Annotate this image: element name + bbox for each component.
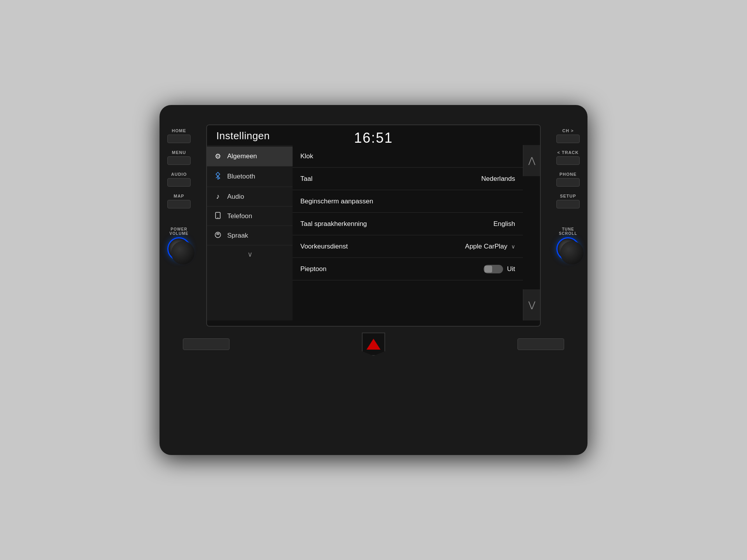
nav-item-telefoon[interactable]: Telefoon bbox=[207, 206, 293, 226]
car-console: HOME MENU AUDIO MAP POWER VOLUME CH > < … bbox=[160, 105, 587, 455]
settings-list: Klok Taal Nederlands Beginscherm aanpass… bbox=[293, 145, 523, 280]
audio-label: AUDIO bbox=[171, 172, 187, 177]
chevron-down-icon: ∨ bbox=[247, 250, 253, 259]
gear-icon: ⚙ bbox=[213, 152, 223, 161]
hazard-triangle-icon bbox=[366, 339, 381, 350]
settings-row-klok[interactable]: Klok bbox=[293, 145, 523, 168]
nav-item-audio[interactable]: ♪ Audio bbox=[207, 187, 293, 206]
dropdown-arrow-icon: ∨ bbox=[511, 243, 515, 250]
settings-row-taal[interactable]: Taal Nederlands bbox=[293, 168, 523, 190]
taal-label: Taal bbox=[300, 175, 312, 183]
audio-button[interactable] bbox=[167, 178, 191, 187]
screen-content: ⚙ Algemeen Bluetooth ♪ Audio bbox=[207, 145, 540, 320]
ch-button[interactable] bbox=[556, 135, 580, 143]
settings-content-area: ⋀ ⋁ Klok Taal bbox=[293, 145, 540, 320]
voorkeursdienst-label: Voorkeursdienst bbox=[300, 243, 348, 250]
setup-button[interactable] bbox=[556, 200, 580, 208]
map-button-group: MAP bbox=[167, 194, 191, 208]
chevron-up-icon: ⋀ bbox=[528, 156, 535, 166]
voice-icon bbox=[213, 231, 223, 240]
svg-point-2 bbox=[217, 217, 218, 218]
left-button-panel: HOME MENU AUDIO MAP POWER VOLUME bbox=[167, 128, 191, 261]
phone-label: PHONE bbox=[559, 172, 577, 177]
ch-label: CH > bbox=[562, 128, 573, 133]
klok-label: Klok bbox=[300, 152, 313, 160]
screen-title: Instellingen bbox=[216, 130, 270, 142]
map-button[interactable] bbox=[167, 200, 191, 208]
settings-row-pieptoon[interactable]: Pieptoon Uit bbox=[293, 258, 523, 280]
setup-button-group: SETUP bbox=[556, 194, 580, 208]
nav-menu: ⚙ Algemeen Bluetooth ♪ Audio bbox=[207, 145, 293, 320]
power-volume-label: POWER VOLUME bbox=[170, 227, 189, 236]
nav-item-algemeen[interactable]: ⚙ Algemeen bbox=[207, 147, 293, 166]
settings-row-beginscherm[interactable]: Beginscherm aanpassen bbox=[293, 190, 523, 213]
nav-label-spraak: Spraak bbox=[227, 232, 248, 240]
vent-area bbox=[167, 332, 580, 356]
ch-button-group: CH > bbox=[556, 128, 580, 143]
tune-scroll-knob[interactable] bbox=[556, 237, 580, 261]
menu-label: MENU bbox=[172, 150, 186, 155]
taal-value: Nederlands bbox=[481, 175, 515, 183]
pieptoon-right: Uit bbox=[484, 265, 515, 273]
taal-spraak-label: Taal spraakherkenning bbox=[300, 220, 367, 228]
hazard-button[interactable] bbox=[362, 332, 385, 356]
home-button[interactable] bbox=[167, 135, 191, 143]
nav-label-algemeen: Algemeen bbox=[227, 152, 257, 160]
chevron-down-icon: ⋁ bbox=[528, 300, 535, 310]
main-screen: Instellingen 16:51 ⚙ Algemeen bbox=[206, 124, 541, 327]
bluetooth-icon bbox=[213, 172, 223, 181]
right-button-panel: CH > < TRACK PHONE SETUP TUNE SCROLL bbox=[556, 128, 580, 261]
home-label: HOME bbox=[172, 128, 186, 133]
settings-row-voorkeursdienst[interactable]: Voorkeursdienst Apple CarPlay ∨ bbox=[293, 235, 523, 258]
nav-item-spraak[interactable]: Spraak bbox=[207, 226, 293, 245]
nav-label-bluetooth: Bluetooth bbox=[227, 173, 255, 180]
scroll-down-button[interactable]: ⋁ bbox=[523, 289, 540, 320]
home-button-group: HOME bbox=[167, 128, 191, 143]
beginscherm-label: Beginscherm aanpassen bbox=[300, 198, 373, 205]
screen-header: Instellingen 16:51 bbox=[207, 125, 540, 145]
map-label: MAP bbox=[174, 194, 184, 198]
menu-button[interactable] bbox=[167, 156, 191, 165]
left-vent-slider[interactable] bbox=[183, 338, 230, 350]
voorkeursdienst-value: Apple CarPlay ∨ bbox=[465, 243, 515, 250]
taal-spraak-value: English bbox=[493, 220, 515, 228]
svg-point-3 bbox=[215, 232, 221, 238]
phone-button[interactable] bbox=[556, 178, 580, 187]
track-label: < TRACK bbox=[558, 150, 579, 155]
pieptoon-label: Pieptoon bbox=[300, 265, 326, 273]
hazard-area bbox=[362, 332, 385, 356]
nav-item-bluetooth[interactable]: Bluetooth bbox=[207, 166, 293, 187]
voorkeursdienst-text: Apple CarPlay bbox=[465, 243, 507, 250]
music-icon: ♪ bbox=[213, 192, 223, 201]
pieptoon-value: Uit bbox=[507, 265, 515, 273]
tune-scroll-label: TUNE SCROLL bbox=[559, 227, 577, 236]
nav-more-button[interactable]: ∨ bbox=[207, 245, 293, 263]
audio-button-group: AUDIO bbox=[167, 172, 191, 187]
settings-row-taal-spraak[interactable]: Taal spraakherkenning English bbox=[293, 213, 523, 235]
menu-button-group: MENU bbox=[167, 150, 191, 165]
phone-button-group: PHONE bbox=[556, 172, 580, 187]
scroll-up-button[interactable]: ⋀ bbox=[523, 145, 540, 176]
tune-scroll-group: TUNE SCROLL bbox=[556, 227, 580, 261]
toggle-knob bbox=[484, 266, 492, 273]
power-volume-knob[interactable] bbox=[167, 237, 191, 261]
nav-label-telefoon: Telefoon bbox=[227, 212, 252, 220]
track-button[interactable] bbox=[556, 156, 580, 165]
setup-label: SETUP bbox=[560, 194, 576, 198]
track-button-group: < TRACK bbox=[556, 150, 580, 165]
pieptoon-toggle[interactable] bbox=[484, 265, 503, 273]
phone-icon bbox=[213, 212, 223, 220]
nav-label-audio: Audio bbox=[227, 193, 244, 201]
power-volume-group: POWER VOLUME bbox=[167, 227, 191, 261]
screen-time: 16:51 bbox=[354, 130, 393, 146]
right-vent-slider[interactable] bbox=[517, 338, 564, 350]
